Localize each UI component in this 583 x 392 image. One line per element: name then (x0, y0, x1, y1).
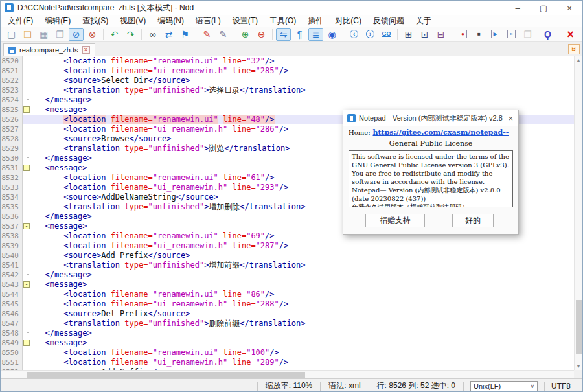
fold-vertical-line (27, 66, 27, 76)
replace-button[interactable]: ⇄ (161, 28, 176, 41)
nav-back-icon: ‹ (350, 30, 358, 38)
close-toolbar-button[interactable]: × (563, 28, 578, 41)
horizontal-scrollbar[interactable] (1, 370, 575, 378)
nav-forward-button[interactable]: › (363, 28, 378, 41)
code-text: <translation type="unfinished">删除前缀</tra… (32, 319, 575, 329)
menu-item[interactable]: 关于 (410, 15, 437, 27)
record-play-icon: ▶ (491, 30, 499, 38)
line-number: 8532 (1, 173, 23, 183)
close-all-button[interactable]: ⊗ (85, 28, 100, 41)
menu-item[interactable]: 对比(C) (329, 15, 367, 27)
code-text: <location filename="ui_renamewin.h" line… (32, 299, 575, 309)
ok-button[interactable]: 好的 (452, 214, 494, 227)
save-file-button[interactable]: ▦ (36, 28, 51, 41)
file-compare-button[interactable]: ⊞ (401, 28, 416, 41)
redo-button[interactable]: ↷ (123, 28, 138, 41)
find-button[interactable]: ∞ (145, 28, 160, 41)
menu-item[interactable]: 查找(S) (76, 15, 114, 27)
record-start-button[interactable]: ● (455, 28, 470, 41)
line-number: 8527 (1, 124, 23, 134)
fold-vertical-line (27, 260, 27, 270)
fold-vertical-line (27, 56, 27, 66)
menu-item[interactable]: 语言(L) (190, 15, 227, 27)
zoom-in-button[interactable]: ⊕ (238, 28, 253, 41)
fold-collapse-marker[interactable]: - (23, 163, 32, 173)
zoom-out-button[interactable]: ⊖ (254, 28, 269, 41)
nav-forward-icon: › (366, 30, 374, 38)
fold-minus-icon: - (23, 165, 30, 171)
menu-item[interactable]: 编码(N) (152, 15, 190, 27)
clear-mark-button[interactable]: ✎ (216, 28, 231, 41)
pin-toolbar-button[interactable]: Ϙ (540, 28, 555, 41)
tab-close-icon[interactable]: × (82, 46, 90, 54)
fold-minus-icon: - (23, 223, 30, 229)
close-button[interactable]: × (556, 1, 582, 15)
menu-item[interactable]: 编辑(E) (39, 15, 76, 27)
dialog-close-icon[interactable]: × (507, 113, 514, 123)
fold-collapse-marker[interactable]: - (23, 222, 32, 231)
record-stop-button[interactable]: ■ (472, 28, 486, 41)
scroll-up-arrow-icon[interactable]: ▲ (575, 58, 582, 62)
mark-color-button[interactable]: ✎ (200, 28, 214, 41)
tab-realcompare[interactable]: realcompare_zh.ts × (3, 43, 95, 56)
view-compare-button[interactable]: ⊟ (433, 28, 448, 41)
maximize-button[interactable]: ▢ (531, 1, 556, 15)
license-textbox[interactable]: This software is licensed under the term… (349, 150, 513, 207)
bookmark-button[interactable]: ⚑ (177, 28, 192, 41)
status-bar: 缩放率: 110% 语法: xml 行: 8526 列: 52 选中: 0 Un… (1, 378, 582, 392)
fold-end-marker (23, 329, 32, 338)
dialog-title: Notepad-- Version (内部测试非稳定版本) v2.8.0 (da… (359, 113, 503, 123)
home-link[interactable]: https://gitee.com/cxasm/notepad-- (373, 128, 509, 137)
scrollbar-corner (574, 370, 582, 378)
menu-item[interactable]: 文件(F) (2, 15, 39, 27)
vertical-scrollbar-thumb[interactable] (576, 300, 582, 354)
code-text: <translation type="unfinished">选择目录</tra… (32, 86, 575, 95)
code-text: <location filename="ui_renamewin.h" line… (32, 358, 575, 367)
chevron-down-icon: ∨ (530, 383, 534, 389)
menu-item[interactable]: 插件 (302, 15, 329, 27)
title-bar: D:\CCNotePad\realcompare_zh.ts [文本模式] - … (1, 1, 582, 15)
code-text: <source>Del Prefix</source> (32, 309, 575, 319)
word-wrap-button[interactable]: ⇋ (276, 28, 291, 41)
fold-collapse-marker[interactable]: - (23, 105, 32, 115)
menu-item[interactable]: 工具(O) (264, 15, 302, 27)
fold-guide (23, 260, 32, 270)
fold-guide (23, 241, 32, 251)
record-replay-button[interactable]: » (504, 28, 519, 41)
fold-guide (23, 183, 32, 192)
dialog-title-bar[interactable]: Notepad-- Version (内部测试非稳定版本) v2.8.0 (da… (343, 110, 518, 126)
eol-selector[interactable]: Unix(LF) ∨ (470, 381, 538, 391)
close-file-button[interactable]: ⊘ (69, 28, 84, 41)
code-line: 8539 <location filename="ui_renamewin.h"… (1, 241, 575, 251)
fold-vertical-line (27, 76, 27, 86)
record-stop-icon: ■ (475, 30, 483, 38)
goto-line-icon: GO (382, 31, 391, 37)
tab-overflow-button[interactable]: » (568, 44, 580, 54)
minimize-button[interactable]: – (505, 1, 531, 15)
menu-item[interactable]: 设置(T) (227, 15, 264, 27)
save-all-button[interactable]: ❐ (52, 28, 67, 41)
goto-line-button[interactable]: GO (379, 28, 394, 41)
scroll-down-arrow-icon[interactable]: ▼ (575, 364, 582, 369)
undo-button[interactable]: ↶ (107, 28, 122, 41)
code-line: 8540 <source>Add Prefix</source> (1, 251, 575, 260)
nav-back-button[interactable]: ‹ (347, 28, 361, 41)
menu-item[interactable]: 反馈问题 (367, 15, 410, 27)
toolbar-separator (343, 29, 343, 40)
new-file-button[interactable]: ▢ (4, 28, 19, 41)
donate-button[interactable]: 捐赠支持 (365, 214, 425, 227)
show-symbols-button[interactable]: ¶ (292, 28, 307, 41)
open-file-button[interactable]: ❏ (20, 28, 35, 41)
menu-item[interactable]: 视图(V) (114, 15, 152, 27)
fold-collapse-marker[interactable]: - (23, 338, 32, 348)
dialog-buttons: 捐赠支持 好的 (349, 214, 513, 227)
horizontal-scrollbar-thumb[interactable] (27, 372, 305, 378)
indent-guide-button[interactable]: ≣ (308, 28, 323, 41)
vertical-scrollbar[interactable]: ▲ ▼ (574, 56, 582, 370)
locate-file-button[interactable]: ◉ (325, 28, 339, 41)
record-play-button[interactable]: ▶ (488, 28, 503, 41)
fold-collapse-marker[interactable]: - (23, 280, 32, 290)
home-label: Home: (349, 129, 371, 136)
dir-compare-button[interactable]: ⊡ (417, 28, 432, 41)
fold-vertical-line (27, 348, 27, 358)
